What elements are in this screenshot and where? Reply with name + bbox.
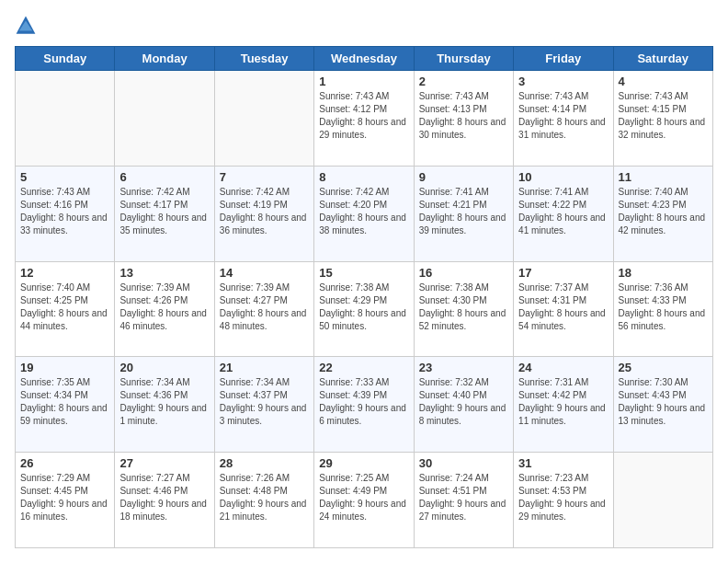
calendar-cell: 15Sunrise: 7:38 AM Sunset: 4:29 PM Dayli… [314, 261, 414, 357]
calendar-cell: 2Sunrise: 7:43 AM Sunset: 4:13 PM Daylig… [414, 71, 513, 167]
day-number: 21 [220, 361, 309, 374]
day-number: 23 [419, 361, 508, 374]
calendar-cell: 21Sunrise: 7:34 AM Sunset: 4:37 PM Dayli… [214, 357, 313, 453]
calendar-cell: 9Sunrise: 7:41 AM Sunset: 4:21 PM Daylig… [414, 166, 513, 261]
calendar-cell: 22Sunrise: 7:33 AM Sunset: 4:39 PM Dayli… [314, 357, 414, 453]
day-number: 30 [419, 456, 508, 470]
day-number: 24 [518, 361, 608, 374]
calendar-cell: 27Sunrise: 7:27 AM Sunset: 4:46 PM Dayli… [115, 453, 214, 548]
day-info: Sunrise: 7:38 AM Sunset: 4:29 PM Dayligh… [319, 282, 408, 333]
day-info: Sunrise: 7:23 AM Sunset: 4:53 PM Dayligh… [518, 472, 608, 523]
logo-icon [15, 15, 37, 37]
calendar-cell: 30Sunrise: 7:24 AM Sunset: 4:51 PM Dayli… [414, 453, 513, 548]
week-row-3: 12Sunrise: 7:40 AM Sunset: 4:25 PM Dayli… [16, 261, 713, 357]
calendar-cell: 18Sunrise: 7:36 AM Sunset: 4:33 PM Dayli… [613, 261, 712, 357]
day-number: 3 [518, 75, 608, 88]
day-number: 4 [619, 75, 708, 88]
calendar-cell: 31Sunrise: 7:23 AM Sunset: 4:53 PM Dayli… [514, 453, 613, 548]
day-info: Sunrise: 7:27 AM Sunset: 4:46 PM Dayligh… [119, 472, 209, 523]
calendar-cell [16, 71, 115, 167]
day-number: 12 [20, 266, 109, 280]
calendar-cell: 10Sunrise: 7:41 AM Sunset: 4:22 PM Dayli… [514, 166, 613, 261]
day-number: 25 [619, 361, 708, 374]
day-info: Sunrise: 7:42 AM Sunset: 4:19 PM Dayligh… [220, 186, 309, 237]
calendar-cell: 13Sunrise: 7:39 AM Sunset: 4:26 PM Dayli… [115, 261, 214, 357]
day-number: 20 [119, 361, 209, 374]
day-header-friday: Friday [514, 47, 613, 71]
day-number: 1 [319, 75, 408, 88]
day-info: Sunrise: 7:41 AM Sunset: 4:21 PM Dayligh… [419, 186, 508, 237]
day-info: Sunrise: 7:41 AM Sunset: 4:22 PM Dayligh… [518, 186, 608, 237]
day-number: 22 [319, 361, 408, 374]
day-info: Sunrise: 7:35 AM Sunset: 4:34 PM Dayligh… [20, 376, 109, 428]
week-row-4: 19Sunrise: 7:35 AM Sunset: 4:34 PM Dayli… [16, 357, 713, 453]
calendar-cell: 20Sunrise: 7:34 AM Sunset: 4:36 PM Dayli… [115, 357, 214, 453]
day-header-monday: Monday [115, 47, 214, 71]
calendar-cell: 24Sunrise: 7:31 AM Sunset: 4:42 PM Dayli… [514, 357, 613, 453]
day-info: Sunrise: 7:38 AM Sunset: 4:30 PM Dayligh… [419, 282, 508, 333]
day-info: Sunrise: 7:40 AM Sunset: 4:23 PM Dayligh… [619, 186, 708, 237]
day-number: 26 [20, 456, 109, 470]
calendar-cell: 4Sunrise: 7:43 AM Sunset: 4:15 PM Daylig… [613, 71, 712, 167]
week-row-5: 26Sunrise: 7:29 AM Sunset: 4:45 PM Dayli… [16, 453, 713, 548]
calendar-cell: 23Sunrise: 7:32 AM Sunset: 4:40 PM Dayli… [414, 357, 513, 453]
day-number: 10 [518, 170, 608, 184]
day-number: 17 [518, 266, 608, 280]
day-number: 9 [419, 170, 508, 184]
week-row-2: 5Sunrise: 7:43 AM Sunset: 4:16 PM Daylig… [16, 166, 713, 261]
day-info: Sunrise: 7:43 AM Sunset: 4:12 PM Dayligh… [319, 90, 408, 142]
calendar-cell: 11Sunrise: 7:40 AM Sunset: 4:23 PM Dayli… [613, 166, 712, 261]
day-info: Sunrise: 7:26 AM Sunset: 4:48 PM Dayligh… [220, 472, 309, 523]
calendar-cell: 8Sunrise: 7:42 AM Sunset: 4:20 PM Daylig… [314, 166, 414, 261]
day-number: 11 [619, 170, 708, 184]
day-header-wednesday: Wednesday [314, 47, 414, 71]
day-number: 8 [319, 170, 408, 184]
header [15, 15, 713, 37]
day-number: 19 [20, 361, 109, 374]
calendar-cell: 5Sunrise: 7:43 AM Sunset: 4:16 PM Daylig… [16, 166, 115, 261]
day-info: Sunrise: 7:43 AM Sunset: 4:15 PM Dayligh… [619, 90, 708, 142]
calendar-cell: 6Sunrise: 7:42 AM Sunset: 4:17 PM Daylig… [115, 166, 214, 261]
day-number: 18 [619, 266, 708, 280]
day-info: Sunrise: 7:43 AM Sunset: 4:14 PM Dayligh… [518, 90, 608, 142]
calendar-cell: 12Sunrise: 7:40 AM Sunset: 4:25 PM Dayli… [16, 261, 115, 357]
calendar-cell: 16Sunrise: 7:38 AM Sunset: 4:30 PM Dayli… [414, 261, 513, 357]
day-info: Sunrise: 7:29 AM Sunset: 4:45 PM Dayligh… [20, 472, 109, 523]
day-info: Sunrise: 7:31 AM Sunset: 4:42 PM Dayligh… [518, 376, 608, 428]
day-info: Sunrise: 7:24 AM Sunset: 4:51 PM Dayligh… [419, 472, 508, 523]
day-info: Sunrise: 7:40 AM Sunset: 4:25 PM Dayligh… [20, 282, 109, 333]
calendar-cell: 25Sunrise: 7:30 AM Sunset: 4:43 PM Dayli… [613, 357, 712, 453]
calendar-cell: 28Sunrise: 7:26 AM Sunset: 4:48 PM Dayli… [214, 453, 313, 548]
calendar-cell: 17Sunrise: 7:37 AM Sunset: 4:31 PM Dayli… [514, 261, 613, 357]
day-info: Sunrise: 7:39 AM Sunset: 4:27 PM Dayligh… [220, 282, 309, 333]
day-number: 15 [319, 266, 408, 280]
day-number: 14 [220, 266, 309, 280]
calendar-cell [214, 71, 313, 167]
day-info: Sunrise: 7:34 AM Sunset: 4:36 PM Dayligh… [119, 376, 209, 428]
day-info: Sunrise: 7:30 AM Sunset: 4:43 PM Dayligh… [619, 376, 708, 428]
day-number: 13 [119, 266, 209, 280]
calendar: SundayMondayTuesdayWednesdayThursdayFrid… [15, 46, 713, 548]
calendar-cell: 26Sunrise: 7:29 AM Sunset: 4:45 PM Dayli… [16, 453, 115, 548]
day-info: Sunrise: 7:39 AM Sunset: 4:26 PM Dayligh… [119, 282, 209, 333]
day-info: Sunrise: 7:25 AM Sunset: 4:49 PM Dayligh… [319, 472, 408, 523]
day-number: 31 [518, 456, 608, 470]
day-header-tuesday: Tuesday [214, 47, 313, 71]
day-info: Sunrise: 7:43 AM Sunset: 4:13 PM Dayligh… [419, 90, 508, 142]
day-number: 6 [119, 170, 209, 184]
logo [15, 15, 40, 37]
day-info: Sunrise: 7:32 AM Sunset: 4:40 PM Dayligh… [419, 376, 508, 428]
day-header-sunday: Sunday [16, 47, 115, 71]
day-info: Sunrise: 7:43 AM Sunset: 4:16 PM Dayligh… [20, 186, 109, 237]
day-number: 5 [20, 170, 109, 184]
day-info: Sunrise: 7:36 AM Sunset: 4:33 PM Dayligh… [619, 282, 708, 333]
day-info: Sunrise: 7:42 AM Sunset: 4:20 PM Dayligh… [319, 186, 408, 237]
calendar-cell [613, 453, 712, 548]
day-number: 28 [220, 456, 309, 470]
calendar-cell: 1Sunrise: 7:43 AM Sunset: 4:12 PM Daylig… [314, 71, 414, 167]
calendar-cell: 19Sunrise: 7:35 AM Sunset: 4:34 PM Dayli… [16, 357, 115, 453]
day-info: Sunrise: 7:33 AM Sunset: 4:39 PM Dayligh… [319, 376, 408, 428]
calendar-cell: 3Sunrise: 7:43 AM Sunset: 4:14 PM Daylig… [514, 71, 613, 167]
day-number: 29 [319, 456, 408, 470]
day-number: 2 [419, 75, 508, 88]
